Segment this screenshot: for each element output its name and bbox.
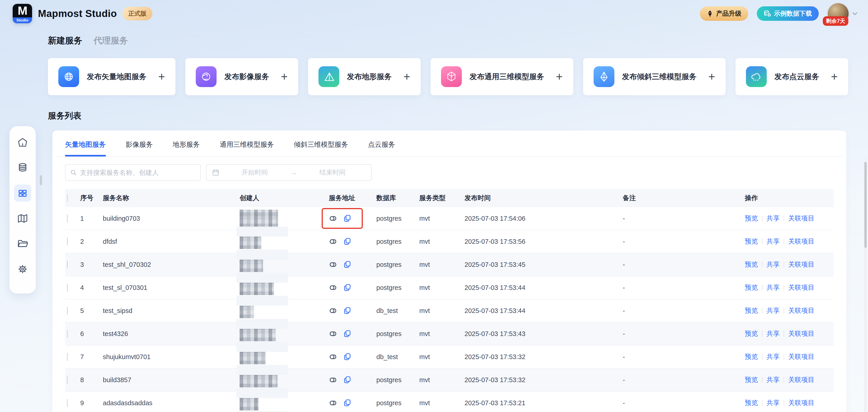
user-menu[interactable]: 剩余7天 [828,3,858,24]
sidebar-item-database[interactable] [14,159,31,176]
action-share[interactable]: 共享 [767,260,780,269]
plus-icon[interactable]: + [281,71,287,83]
chevron-down-icon[interactable] [852,10,858,17]
page-tab[interactable]: 代理服务 [94,35,128,46]
service-tab[interactable]: 影像服务 [126,140,153,156]
action-link-project[interactable]: 关联项目 [788,237,814,246]
action-link-project[interactable]: 关联项目 [788,214,814,223]
action-preview[interactable]: 预览 [745,399,758,408]
row-checkbox[interactable] [67,214,68,223]
plus-icon[interactable]: + [403,71,410,83]
sidebar-item-home[interactable] [14,134,31,151]
link-icon[interactable] [329,399,338,407]
page-tab[interactable]: 新建服务 [48,35,82,46]
copy-icon[interactable] [343,260,351,269]
copy-icon[interactable] [343,237,351,246]
action-preview[interactable]: 预览 [745,283,758,292]
brand: M Studio Mapmost Studio 正式版 [13,4,152,23]
action-preview[interactable]: 预览 [745,214,758,223]
action-share[interactable]: 共享 [767,352,780,361]
service-tab[interactable]: 矢量地图服务 [65,140,106,156]
vertical-scrollbar-thumb[interactable] [864,162,867,248]
link-icon[interactable] [329,376,338,384]
plus-icon[interactable]: + [158,71,165,83]
action-link-project[interactable]: 关联项目 [788,283,814,292]
row-checkbox[interactable] [67,306,68,315]
filters-row: 开始时间 → 结束时间 [65,164,834,181]
sidebar-item-apps-grid[interactable] [14,184,31,202]
database-name: postgres [376,261,419,268]
sample-data-download-button[interactable]: 示例数据下载 [757,6,819,21]
select-all-checkbox[interactable] [67,194,68,202]
action-link-project[interactable]: 关联项目 [788,260,814,269]
link-icon[interactable] [329,353,338,361]
service-tab[interactable]: 通用三维模型服务 [220,140,274,156]
action-preview[interactable]: 预览 [745,329,758,338]
row-checkbox[interactable] [67,261,68,269]
row-checkbox[interactable] [67,284,68,292]
action-share[interactable]: 共享 [767,375,780,384]
action-preview[interactable]: 预览 [745,260,758,269]
action-share[interactable]: 共享 [767,399,780,408]
copy-icon[interactable] [343,399,351,407]
service-tab[interactable]: 地形服务 [173,140,200,156]
publish-service-card[interactable]: 发布矢量地图服务 + [48,58,176,95]
link-icon[interactable] [329,260,338,269]
copy-icon[interactable] [343,353,351,361]
action-link-project[interactable]: 关联项目 [788,306,814,315]
remark: - [623,215,745,222]
action-preview[interactable]: 预览 [745,306,758,315]
action-preview[interactable]: 预览 [745,352,758,361]
action-preview[interactable]: 预览 [745,375,758,384]
row-checkbox[interactable] [67,330,68,338]
date-range-picker[interactable]: 开始时间 → 结束时间 [206,164,372,181]
service-tab[interactable]: 倾斜三维模型服务 [294,140,348,156]
copy-icon[interactable] [343,283,351,292]
service-name: test_sl_070301 [103,284,240,292]
product-upgrade-button[interactable]: 产品升级 [700,6,748,21]
sidebar-scrollbar-thumb[interactable] [40,175,42,185]
search-box[interactable] [65,164,201,181]
plus-icon[interactable]: + [708,71,715,83]
action-share[interactable]: 共享 [767,329,780,338]
action-share[interactable]: 共享 [767,237,780,246]
copy-icon[interactable] [343,306,351,315]
action-share[interactable]: 共享 [767,214,780,223]
row-checkbox[interactable] [67,399,68,407]
sidebar-item-map[interactable] [14,210,31,227]
publish-service-card[interactable]: 发布地形服务 + [308,58,421,95]
action-link-project[interactable]: 关联项目 [788,399,814,408]
action-link-project[interactable]: 关联项目 [788,329,814,338]
publish-service-card[interactable]: 发布倾斜三维模型服务 + [583,58,725,95]
action-share[interactable]: 共享 [767,283,780,292]
start-date-placeholder[interactable]: 开始时间 [221,168,288,177]
column-header: 操作 [745,194,834,203]
plus-icon[interactable]: + [556,71,563,83]
vertical-scrollbar-track[interactable] [864,158,867,412]
row-checkbox[interactable] [67,376,68,384]
link-icon[interactable] [329,283,338,292]
link-icon[interactable] [329,237,338,246]
action-link-project[interactable]: 关联项目 [788,352,814,361]
service-tab[interactable]: 点云服务 [368,140,395,156]
copy-icon[interactable] [343,376,351,384]
link-icon[interactable] [329,329,338,338]
sidebar-item-settings-gear[interactable] [14,261,31,278]
column-header: 服务地址 [329,194,376,203]
link-icon[interactable] [329,306,338,315]
action-share[interactable]: 共享 [767,306,780,315]
row-index: 1 [80,215,103,222]
end-date-placeholder[interactable]: 结束时间 [299,168,366,177]
publish-service-card[interactable]: 发布通用三维模型服务 + [431,58,573,95]
action-separator [762,215,763,222]
plus-icon[interactable]: + [831,71,838,83]
action-link-project[interactable]: 关联项目 [788,375,814,384]
sidebar-item-folder[interactable] [14,235,31,252]
copy-icon[interactable] [343,329,351,338]
publish-service-card[interactable]: 发布点云服务 + [736,58,848,95]
search-input[interactable] [80,169,196,176]
row-checkbox[interactable] [67,237,68,245]
action-preview[interactable]: 预览 [745,237,758,246]
row-checkbox[interactable] [67,353,68,361]
publish-service-card[interactable]: 发布影像服务 + [185,58,298,95]
